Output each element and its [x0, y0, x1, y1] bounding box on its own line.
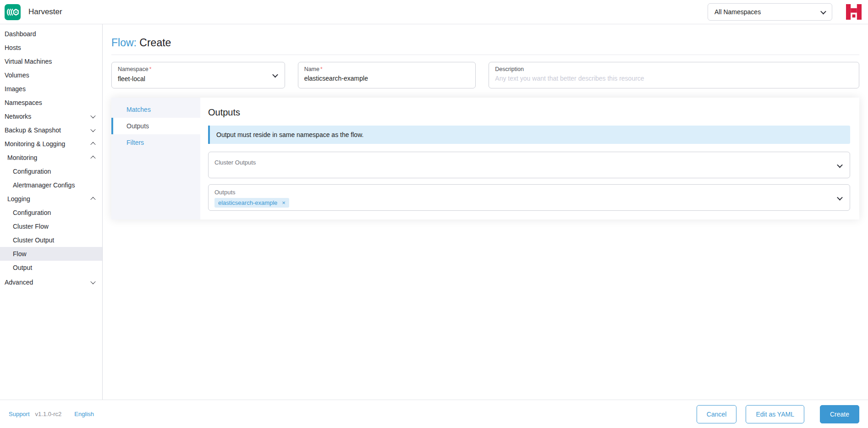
sidebar-group-backup-snapshot[interactable]: Backup & Snapshot: [0, 123, 102, 137]
language-link[interactable]: English: [74, 411, 94, 417]
sidebar-item-images[interactable]: Images: [0, 82, 102, 96]
sidebar-item-label: Volumes: [5, 71, 29, 79]
outputs-label: Outputs: [214, 189, 844, 196]
sidebar-item-flow[interactable]: Flow: [0, 247, 102, 261]
create-button[interactable]: Create: [820, 405, 859, 423]
chevron-up-icon: [90, 142, 95, 147]
edit-as-yaml-button[interactable]: Edit as YAML: [746, 405, 804, 423]
panel-title: Outputs: [208, 107, 850, 118]
sidebar-group-monitoring-logging[interactable]: Monitoring & Logging: [0, 137, 102, 151]
sidebar-item-label: Cluster Output: [13, 236, 54, 244]
selected-output-tag-label: elasticsearch-example: [218, 199, 277, 206]
cluster-outputs-label: Cluster Outputs: [214, 159, 844, 166]
sidebar-item-label: Output: [13, 264, 32, 271]
tab-matches[interactable]: Matches: [111, 101, 200, 118]
tab-outputs[interactable]: Outputs: [111, 118, 200, 134]
chevron-down-icon: [90, 113, 95, 118]
namespace-filter-select[interactable]: All Namespaces: [708, 3, 832, 21]
chevron-up-icon: [90, 156, 95, 161]
namespace-label: Namespace*: [118, 66, 279, 72]
sidebar-item-label: Configuration: [13, 168, 51, 175]
cancel-button[interactable]: Cancel: [697, 405, 737, 423]
sidebar-item-label: Images: [5, 85, 26, 93]
sidebar-item-cluster-output[interactable]: Cluster Output: [0, 233, 102, 247]
chevron-up-icon: [90, 197, 95, 202]
app-title: Harvester: [28, 7, 62, 16]
sidebar-group-monitoring[interactable]: Monitoring: [0, 151, 102, 165]
sidebar-item-label: Backup & Snapshot: [5, 126, 61, 134]
page-title: Flow: Create: [111, 24, 859, 49]
chevron-down-icon: [90, 279, 95, 284]
outputs-tab-panel: Outputs Output must reside in same names…: [200, 98, 859, 219]
sidebar-item-label: Virtual Machines: [5, 58, 52, 65]
sidebar-group-networks[interactable]: Networks: [0, 110, 102, 123]
sidebar-group-logging[interactable]: Logging: [0, 192, 102, 206]
sidebar-item-label: Alertmanager Configs: [13, 181, 75, 189]
description-label: Description: [495, 66, 853, 72]
namespace-filter-value: All Namespaces: [714, 8, 761, 16]
sidebar-item-cluster-flow[interactable]: Cluster Flow: [0, 219, 102, 233]
sidebar-item-label: Configuration: [13, 209, 51, 216]
sidebar-nav: Dashboard Hosts Virtual Machines Volumes…: [0, 24, 103, 400]
chevron-down-icon: [837, 195, 843, 201]
tab-list: Matches Outputs Filters: [111, 98, 200, 219]
name-field: Name*: [298, 62, 476, 88]
sidebar-item-label: Advanced: [5, 279, 33, 286]
page-title-resource: Flow:: [111, 37, 137, 49]
chevron-down-icon: [820, 8, 826, 14]
sidebar-item-output[interactable]: Output: [0, 261, 102, 274]
support-link[interactable]: Support: [9, 411, 30, 417]
sidebar-item-label: Logging: [7, 195, 30, 203]
required-asterisk: *: [320, 66, 323, 72]
sidebar-item-logging-configuration[interactable]: Configuration: [0, 206, 102, 219]
namespace-select[interactable]: Namespace* fleet-local: [111, 62, 285, 88]
cluster-outputs-select[interactable]: Cluster Outputs: [208, 152, 850, 178]
sidebar-item-alertmanager-configs[interactable]: Alertmanager Configs: [0, 178, 102, 192]
sidebar-item-label: Cluster Flow: [13, 223, 49, 230]
sidebar-item-volumes[interactable]: Volumes: [0, 68, 102, 82]
sidebar-item-label: Hosts: [5, 44, 21, 51]
required-asterisk: *: [149, 66, 152, 72]
footer-bar: Support v1.1.0-rc2 English Cancel Edit a…: [0, 400, 868, 428]
sidebar-item-label: Dashboard: [5, 30, 36, 38]
description-field: Description: [489, 62, 859, 88]
namespace-value: fleet-local: [118, 75, 279, 82]
sidebar-item-label: Flow: [13, 250, 27, 258]
top-header: Harvester All Namespaces: [0, 0, 868, 24]
selected-output-tag: elasticsearch-example ×: [214, 198, 289, 208]
harvester-logo-icon[interactable]: [5, 4, 21, 20]
sidebar-item-label: Monitoring: [7, 154, 37, 161]
info-banner: Output must reside in same namespace as …: [208, 126, 850, 144]
sidebar-item-label: Monitoring & Logging: [5, 140, 65, 148]
outputs-select[interactable]: Outputs elasticsearch-example ×: [208, 184, 850, 211]
main-content: Flow: Create Namespace* fleet-local Name…: [103, 24, 868, 400]
sidebar-item-dashboard[interactable]: Dashboard: [0, 27, 102, 41]
user-avatar-icon[interactable]: [846, 4, 862, 20]
name-input[interactable]: [304, 75, 470, 82]
chevron-down-icon: [90, 127, 95, 132]
sidebar-item-monitoring-configuration[interactable]: Configuration: [0, 165, 102, 178]
tag-close-icon[interactable]: ×: [282, 200, 286, 206]
sidebar-item-label: Namespaces: [5, 99, 42, 106]
description-input[interactable]: [495, 75, 853, 82]
version-text: v1.1.0-rc2: [35, 411, 62, 417]
sidebar-item-namespaces[interactable]: Namespaces: [0, 96, 102, 110]
name-label: Name*: [304, 66, 470, 72]
sidebar-item-label: Networks: [5, 113, 31, 120]
page-title-action: Create: [139, 37, 171, 49]
tab-filters[interactable]: Filters: [111, 134, 200, 151]
flow-config-card: Matches Outputs Filters Outputs Output m…: [111, 98, 859, 219]
title-divider: [111, 55, 859, 55]
sidebar-group-advanced[interactable]: Advanced: [0, 275, 102, 289]
sidebar-item-virtual-machines[interactable]: Virtual Machines: [0, 55, 102, 68]
create-form-row: Namespace* fleet-local Name* Description: [111, 62, 859, 88]
sidebar-item-hosts[interactable]: Hosts: [0, 41, 102, 55]
